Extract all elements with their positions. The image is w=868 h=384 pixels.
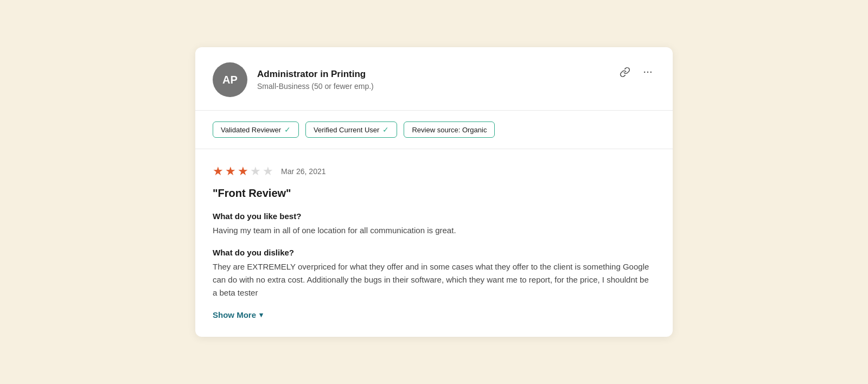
badge-label: Validated Reviewer [221, 126, 281, 134]
badge-validated-reviewer: Validated Reviewer ✓ [213, 121, 299, 138]
like-best-question: What do you like best? [213, 212, 655, 221]
card-actions [617, 62, 655, 80]
dislike-question: What do you dislike? [213, 248, 655, 257]
link-button[interactable] [617, 65, 633, 80]
chevron-down-icon: ▾ [259, 311, 263, 319]
more-options-icon [642, 67, 653, 78]
svg-point-1 [647, 72, 649, 73]
avatar-initials: AP [222, 74, 238, 86]
avatar: AP [213, 62, 247, 97]
svg-point-2 [650, 72, 652, 73]
badge-label: Review source: Organic [412, 126, 487, 134]
badges-row: Validated Reviewer ✓ Verified Current Us… [195, 111, 673, 149]
review-date: Mar 26, 2021 [281, 167, 326, 176]
review-card: AP Administrator in Printing Small-Busin… [195, 47, 673, 337]
show-more-label: Show More [213, 310, 256, 319]
star-3: ★ [238, 164, 248, 178]
check-icon: ✓ [382, 125, 389, 134]
like-best-answer: Having my team in all of one location fo… [213, 224, 655, 237]
check-icon: ✓ [284, 125, 291, 134]
badge-verified-user: Verified Current User ✓ [305, 121, 397, 138]
star-5: ★ [263, 164, 273, 178]
reviewer-company: Small-Business (50 or fewer emp.) [257, 82, 374, 91]
reviewer-name: Administrator in Printing [257, 69, 374, 80]
badge-review-source: Review source: Organic [404, 121, 495, 138]
card-header: AP Administrator in Printing Small-Busin… [195, 47, 673, 111]
star-4: ★ [250, 164, 261, 178]
more-options-button[interactable] [640, 65, 655, 80]
review-body: ★ ★ ★ ★ ★ Mar 26, 2021 "Front Review" Wh… [195, 149, 673, 337]
like-best-section: What do you like best? Having my team in… [213, 212, 655, 237]
star-rating: ★ ★ ★ ★ ★ [213, 164, 273, 178]
svg-point-0 [644, 72, 646, 73]
show-more-button[interactable]: Show More ▾ [213, 310, 263, 319]
link-icon [620, 67, 630, 78]
badge-label: Verified Current User [314, 126, 379, 134]
rating-row: ★ ★ ★ ★ ★ Mar 26, 2021 [213, 164, 655, 178]
reviewer-details: Administrator in Printing Small-Business… [257, 69, 374, 91]
star-1: ★ [213, 164, 224, 178]
dislike-section: What do you dislike? They are EXTREMELY … [213, 248, 655, 299]
dislike-answer: They are EXTREMELY overpriced for what t… [213, 260, 655, 299]
star-2: ★ [225, 164, 236, 178]
review-title: "Front Review" [213, 187, 655, 200]
reviewer-info-section: AP Administrator in Printing Small-Busin… [213, 62, 374, 97]
